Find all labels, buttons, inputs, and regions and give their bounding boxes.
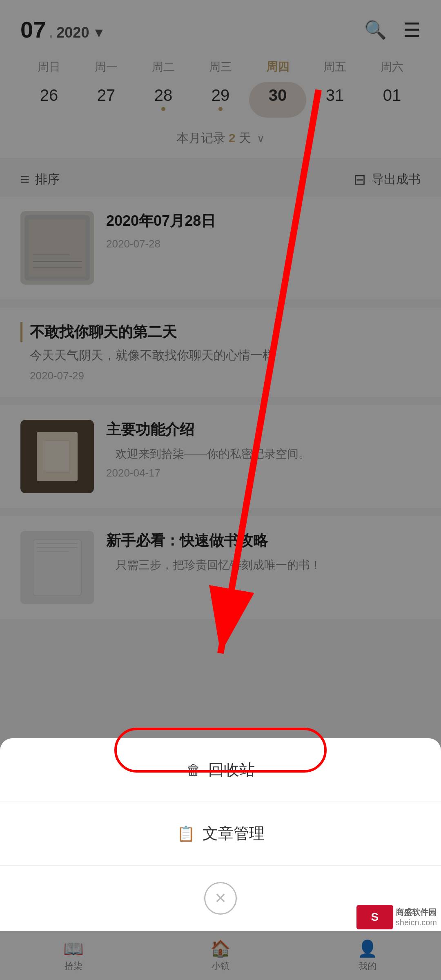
sheet-recycle-wrapper: 🗑 回收站 (0, 738, 441, 802)
watermark-site: 商盛软件园 (396, 907, 437, 918)
manage-label: 文章管理 (203, 823, 265, 844)
manage-icon: 📋 (177, 825, 195, 842)
watermark-url: sheicn.com (396, 918, 437, 927)
watermark: S 商盛软件园 sheicn.com (356, 905, 437, 929)
recycle-label: 回收站 (208, 760, 255, 780)
bottom-sheet: 🗑 回收站 📋 文章管理 ✕ (0, 738, 441, 931)
close-circle: ✕ (204, 882, 237, 915)
sheet-item-recycle[interactable]: 🗑 回收站 (0, 738, 441, 802)
watermark-logo: S (356, 905, 393, 929)
sheet-item-manage[interactable]: 📋 文章管理 (0, 802, 441, 866)
recycle-icon: 🗑 (186, 762, 201, 779)
close-icon: ✕ (214, 890, 227, 907)
